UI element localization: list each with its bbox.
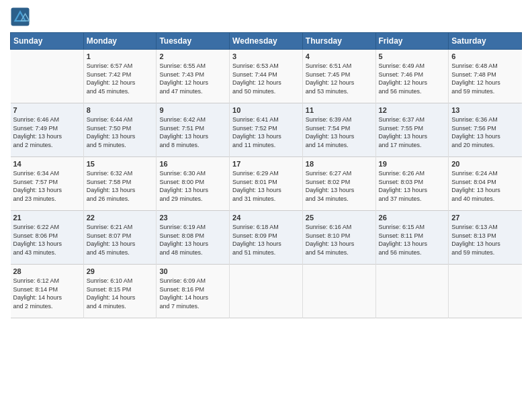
cell-content: Sunrise: 6:21 AM Sunset: 8:07 PM Dayligh… [87, 223, 154, 257]
calendar-cell [11, 50, 84, 103]
day-number: 3 [232, 52, 300, 60]
day-number: 8 [87, 106, 154, 114]
calendar-cell: 21Sunrise: 6:22 AM Sunset: 8:06 PM Dayli… [11, 211, 84, 265]
week-row-2: 7Sunrise: 6:46 AM Sunset: 7:49 PM Daylig… [11, 103, 522, 157]
calendar-cell: 27Sunrise: 6:13 AM Sunset: 8:13 PM Dayli… [449, 211, 522, 265]
calendar-cell: 14Sunrise: 6:34 AM Sunset: 7:57 PM Dayli… [11, 157, 84, 211]
calendar-cell: 8Sunrise: 6:44 AM Sunset: 7:50 PM Daylig… [83, 103, 157, 157]
col-header-tuesday: Tuesday [157, 33, 230, 50]
day-number: 30 [159, 267, 226, 275]
col-header-wednesday: Wednesday [230, 33, 303, 50]
day-number: 4 [306, 52, 373, 60]
cell-content: Sunrise: 6:12 AM Sunset: 8:14 PM Dayligh… [13, 277, 81, 310]
day-number: 22 [87, 214, 154, 222]
cell-content: Sunrise: 6:26 AM Sunset: 8:03 PM Dayligh… [379, 169, 446, 203]
cell-content: Sunrise: 6:10 AM Sunset: 8:15 PM Dayligh… [87, 277, 154, 310]
day-number: 11 [306, 106, 373, 114]
calendar-cell [302, 265, 375, 318]
week-row-5: 28Sunrise: 6:12 AM Sunset: 8:14 PM Dayli… [11, 265, 522, 318]
day-number: 1 [87, 52, 154, 60]
calendar-table: SundayMondayTuesdayWednesdayThursdayFrid… [10, 32, 522, 318]
calendar-header-row: SundayMondayTuesdayWednesdayThursdayFrid… [11, 33, 522, 50]
day-number: 19 [379, 160, 446, 168]
calendar-cell [375, 265, 449, 318]
week-row-1: 1Sunrise: 6:57 AM Sunset: 7:42 PM Daylig… [11, 50, 522, 103]
day-number: 29 [87, 267, 154, 275]
cell-content: Sunrise: 6:18 AM Sunset: 8:09 PM Dayligh… [232, 223, 300, 257]
calendar-cell: 2Sunrise: 6:55 AM Sunset: 7:43 PM Daylig… [157, 50, 230, 103]
cell-content: Sunrise: 6:46 AM Sunset: 7:49 PM Dayligh… [13, 116, 81, 149]
cell-content: Sunrise: 6:27 AM Sunset: 8:02 PM Dayligh… [306, 169, 373, 203]
calendar-cell: 16Sunrise: 6:30 AM Sunset: 8:00 PM Dayli… [157, 157, 230, 211]
calendar-cell: 7Sunrise: 6:46 AM Sunset: 7:49 PM Daylig… [11, 103, 84, 157]
cell-content: Sunrise: 6:39 AM Sunset: 7:54 PM Dayligh… [306, 116, 373, 149]
day-number: 7 [13, 106, 81, 114]
calendar-cell: 30Sunrise: 6:09 AM Sunset: 8:16 PM Dayli… [157, 265, 230, 318]
day-number: 23 [159, 214, 226, 222]
calendar-cell: 5Sunrise: 6:49 AM Sunset: 7:46 PM Daylig… [375, 50, 449, 103]
day-number: 9 [159, 106, 226, 114]
calendar-cell: 11Sunrise: 6:39 AM Sunset: 7:54 PM Dayli… [302, 103, 375, 157]
calendar-cell: 28Sunrise: 6:12 AM Sunset: 8:14 PM Dayli… [11, 265, 84, 318]
cell-content: Sunrise: 6:42 AM Sunset: 7:51 PM Dayligh… [159, 116, 226, 149]
cell-content: Sunrise: 6:19 AM Sunset: 8:08 PM Dayligh… [159, 223, 226, 257]
calendar-cell: 29Sunrise: 6:10 AM Sunset: 8:15 PM Dayli… [83, 265, 157, 318]
cell-content: Sunrise: 6:51 AM Sunset: 7:45 PM Dayligh… [306, 62, 373, 95]
cell-content: Sunrise: 6:53 AM Sunset: 7:44 PM Dayligh… [232, 62, 300, 95]
cell-content: Sunrise: 6:16 AM Sunset: 8:10 PM Dayligh… [306, 223, 373, 257]
day-number: 13 [451, 106, 519, 114]
day-number: 28 [13, 267, 81, 275]
page-header [10, 7, 522, 27]
calendar-cell: 22Sunrise: 6:21 AM Sunset: 8:07 PM Dayli… [83, 211, 157, 265]
day-number: 25 [306, 214, 373, 222]
cell-content: Sunrise: 6:13 AM Sunset: 8:13 PM Dayligh… [451, 223, 519, 257]
calendar-cell: 17Sunrise: 6:29 AM Sunset: 8:01 PM Dayli… [230, 157, 303, 211]
day-number: 2 [159, 52, 226, 60]
day-number: 24 [232, 214, 300, 222]
calendar-cell: 25Sunrise: 6:16 AM Sunset: 8:10 PM Dayli… [302, 211, 375, 265]
calendar-cell: 1Sunrise: 6:57 AM Sunset: 7:42 PM Daylig… [83, 50, 157, 103]
col-header-friday: Friday [375, 33, 449, 50]
day-number: 14 [13, 160, 81, 168]
day-number: 21 [13, 214, 81, 222]
calendar-cell: 15Sunrise: 6:32 AM Sunset: 7:58 PM Dayli… [83, 157, 157, 211]
week-row-4: 21Sunrise: 6:22 AM Sunset: 8:06 PM Dayli… [11, 211, 522, 265]
col-header-sunday: Sunday [11, 33, 84, 50]
col-header-saturday: Saturday [449, 33, 522, 50]
cell-content: Sunrise: 6:44 AM Sunset: 7:50 PM Dayligh… [87, 116, 154, 149]
day-number: 12 [379, 106, 446, 114]
day-number: 15 [87, 160, 154, 168]
cell-content: Sunrise: 6:22 AM Sunset: 8:06 PM Dayligh… [13, 223, 81, 257]
cell-content: Sunrise: 6:24 AM Sunset: 8:04 PM Dayligh… [451, 169, 519, 203]
calendar-cell [449, 265, 522, 318]
calendar-cell: 10Sunrise: 6:41 AM Sunset: 7:52 PM Dayli… [230, 103, 303, 157]
logo [10, 7, 32, 27]
day-number: 17 [232, 160, 300, 168]
calendar-cell: 18Sunrise: 6:27 AM Sunset: 8:02 PM Dayli… [302, 157, 375, 211]
cell-content: Sunrise: 6:29 AM Sunset: 8:01 PM Dayligh… [232, 169, 300, 203]
cell-content: Sunrise: 6:37 AM Sunset: 7:55 PM Dayligh… [379, 116, 446, 149]
calendar-cell: 9Sunrise: 6:42 AM Sunset: 7:51 PM Daylig… [157, 103, 230, 157]
calendar-cell: 3Sunrise: 6:53 AM Sunset: 7:44 PM Daylig… [230, 50, 303, 103]
calendar-cell: 20Sunrise: 6:24 AM Sunset: 8:04 PM Dayli… [449, 157, 522, 211]
calendar-cell: 26Sunrise: 6:15 AM Sunset: 8:11 PM Dayli… [375, 211, 449, 265]
col-header-monday: Monday [83, 33, 157, 50]
calendar-cell: 19Sunrise: 6:26 AM Sunset: 8:03 PM Dayli… [375, 157, 449, 211]
cell-content: Sunrise: 6:15 AM Sunset: 8:11 PM Dayligh… [379, 223, 446, 257]
logo-icon [10, 7, 30, 27]
page-container: SundayMondayTuesdayWednesdayThursdayFrid… [0, 0, 532, 411]
cell-content: Sunrise: 6:32 AM Sunset: 7:58 PM Dayligh… [87, 169, 154, 203]
day-number: 18 [306, 160, 373, 168]
cell-content: Sunrise: 6:49 AM Sunset: 7:46 PM Dayligh… [379, 62, 446, 95]
cell-content: Sunrise: 6:48 AM Sunset: 7:48 PM Dayligh… [451, 62, 519, 95]
day-number: 10 [232, 106, 300, 114]
calendar-cell: 24Sunrise: 6:18 AM Sunset: 8:09 PM Dayli… [230, 211, 303, 265]
cell-content: Sunrise: 6:30 AM Sunset: 8:00 PM Dayligh… [159, 169, 226, 203]
col-header-thursday: Thursday [302, 33, 375, 50]
cell-content: Sunrise: 6:09 AM Sunset: 8:16 PM Dayligh… [159, 277, 226, 310]
day-number: 16 [159, 160, 226, 168]
day-number: 26 [379, 214, 446, 222]
calendar-cell: 12Sunrise: 6:37 AM Sunset: 7:55 PM Dayli… [375, 103, 449, 157]
cell-content: Sunrise: 6:57 AM Sunset: 7:42 PM Dayligh… [87, 62, 154, 95]
calendar-cell [230, 265, 303, 318]
